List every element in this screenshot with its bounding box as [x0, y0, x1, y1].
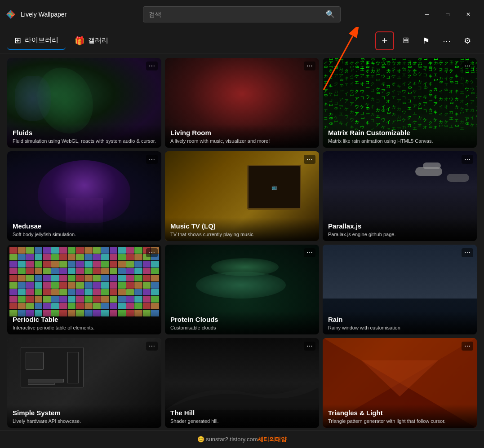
periodic-cell: [76, 296, 84, 303]
periodic-cell: [68, 303, 76, 310]
periodic-cell: [143, 303, 151, 310]
card-title-the-hill: The Hill: [170, 409, 314, 417]
card-simple-system[interactable]: Simple System Lively hardware API showca…: [7, 338, 161, 428]
periodic-cell: [93, 296, 101, 303]
periodic-cell: [59, 268, 67, 275]
periodic-cell: [84, 247, 93, 254]
periodic-cell: [84, 303, 93, 310]
periodic-cell: [9, 289, 18, 296]
card-fluids[interactable]: Fluids Fluid simulation using WebGL, rea…: [7, 58, 161, 148]
periodic-cell: [101, 268, 109, 275]
card-title-medusae: Medusae: [13, 222, 156, 230]
periodic-cell: [76, 247, 84, 254]
card-overlay-periodic-table: Periodic Table Interactive periodic tabl…: [7, 311, 161, 334]
periodic-cell: [18, 254, 26, 261]
periodic-cell: [110, 261, 118, 268]
card-title-rain: Rain: [328, 316, 471, 323]
periodic-cell: [134, 254, 142, 261]
periodic-cell: [18, 268, 26, 275]
periodic-cell: [101, 261, 109, 268]
add-wallpaper-button[interactable]: +: [375, 31, 394, 50]
flag-button[interactable]: ⚑: [417, 31, 435, 50]
search-bar[interactable]: 🔍: [143, 6, 341, 22]
card-menu-periodic-table[interactable]: ⋯: [146, 248, 158, 257]
search-icon-btn[interactable]: 🔍: [326, 10, 335, 18]
periodic-cell: [9, 261, 18, 268]
card-rain[interactable]: Rain Rainy window with customisation ⋯: [323, 245, 477, 334]
card-periodic-table[interactable]: Periodic Table Interactive periodic tabl…: [7, 245, 161, 334]
nav-right: + 🖥 ⚑ ⋯ ⚙: [375, 31, 477, 50]
periodic-cell: [110, 303, 118, 310]
card-menu-music-tv[interactable]: ⋯: [304, 155, 315, 164]
periodic-cell: [84, 275, 93, 281]
app-title: Lively Wallpaper: [21, 11, 67, 18]
nav-gallery[interactable]: 🎁 갤러리: [67, 32, 115, 49]
periodic-cell: [143, 275, 151, 281]
card-medusae[interactable]: Medusae Soft body jellyfish simulation. …: [7, 151, 161, 241]
nav-library[interactable]: ⊞ 라이브러리: [7, 32, 66, 50]
card-protein-clouds[interactable]: Protein Clouds Customisable clouds ⋯: [165, 245, 319, 334]
card-overlay-music-tv: Music TV (LQ) TV that shows currently pl…: [165, 218, 319, 241]
minimize-button[interactable]: ─: [417, 7, 437, 22]
monitor-button[interactable]: 🖥: [396, 31, 415, 50]
nav-gallery-label: 갤러리: [88, 36, 108, 45]
periodic-cell: [84, 282, 93, 289]
periodic-cell: [126, 303, 134, 310]
motherboard-visual: [21, 347, 88, 392]
matrix-animation: イ 0 カ エ ア 0 キ エ コ カ 1 ア ア オ コ キ ケ コ 1 カ …: [323, 58, 477, 130]
periodic-cell: [93, 289, 101, 296]
card-menu-medusae[interactable]: ⋯: [146, 155, 158, 164]
card-overlay-triangles: Triangles & Light Triangle pattern gener…: [323, 404, 477, 428]
card-menu-living-room[interactable]: ⋯: [304, 61, 315, 70]
periodic-cell: [76, 261, 84, 268]
periodic-cell: [51, 261, 59, 268]
periodic-cell: [151, 303, 159, 310]
card-desc-the-hill: Shader generated hill.: [170, 418, 314, 424]
periodic-cell: [35, 261, 43, 268]
card-menu-the-hill[interactable]: ⋯: [304, 342, 315, 351]
periodic-cell: [43, 268, 51, 275]
card-matrix-rain[interactable]: イ 0 カ エ ア 0 キ エ コ カ 1 ア ア オ コ キ ケ コ 1 カ …: [323, 58, 477, 148]
periodic-cell: [101, 296, 109, 303]
more-button[interactable]: ⋯: [437, 31, 456, 50]
periodic-cell: [59, 303, 67, 310]
close-button[interactable]: ✕: [458, 7, 479, 22]
card-parallax[interactable]: Parallax.js Parallax.js engine github pa…: [323, 151, 477, 241]
periodic-cell: [9, 296, 18, 303]
clouds-visual: [323, 160, 477, 196]
periodic-cell: [26, 289, 34, 296]
card-title-music-tv: Music TV (LQ): [170, 222, 314, 230]
card-music-tv[interactable]: 📺 Music TV (LQ) TV that shows currently …: [165, 151, 319, 241]
periodic-cell: [76, 289, 84, 296]
periodic-cell: [101, 254, 109, 261]
periodic-cell: [118, 247, 126, 254]
card-overlay-medusae: Medusae Soft body jellyfish simulation.: [7, 218, 161, 241]
periodic-cell: [143, 296, 151, 303]
periodic-cell: [51, 296, 59, 303]
periodic-cell: [93, 275, 101, 281]
search-input[interactable]: [149, 11, 322, 18]
card-living-room[interactable]: Living Room A lively room with music, vi…: [165, 58, 319, 148]
card-title-protein-clouds: Protein Clouds: [170, 316, 314, 323]
periodic-cell: [18, 296, 26, 303]
card-triangles[interactable]: Triangles & Light Triangle pattern gener…: [323, 338, 477, 428]
periodic-cell: [26, 275, 34, 281]
periodic-cell: [18, 282, 26, 289]
card-menu-rain[interactable]: ⋯: [462, 248, 473, 257]
card-menu-simple-system[interactable]: ⋯: [146, 342, 158, 351]
card-menu-fluids[interactable]: ⋯: [146, 61, 158, 70]
card-menu-matrix-rain[interactable]: ⋯: [462, 61, 473, 70]
card-menu-parallax[interactable]: ⋯: [462, 155, 473, 164]
periodic-cell: [9, 254, 18, 261]
periodic-cell: [43, 254, 51, 261]
card-the-hill[interactable]: The Hill Shader generated hill. ⋯: [165, 338, 319, 428]
maximize-button[interactable]: □: [437, 7, 458, 22]
card-overlay-rain: Rain Rainy window with customisation: [323, 311, 477, 334]
periodic-cell: [134, 247, 142, 254]
card-overlay-parallax: Parallax.js Parallax.js engine github pa…: [323, 218, 477, 241]
periodic-grid: [9, 247, 159, 316]
settings-button[interactable]: ⚙: [458, 31, 477, 50]
card-menu-protein-clouds[interactable]: ⋯: [304, 248, 315, 257]
periodic-cell: [35, 247, 43, 254]
card-menu-triangles[interactable]: ⋯: [462, 342, 473, 351]
